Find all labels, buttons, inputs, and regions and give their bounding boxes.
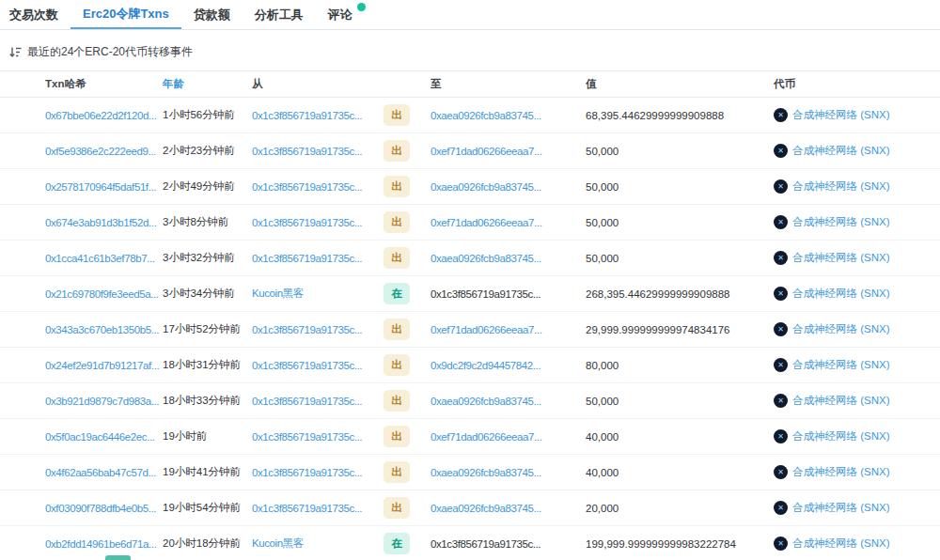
txn-hash-link[interactable]: 0x674e3ab91d3b1f52d... bbox=[45, 217, 156, 228]
direction-badge: 出 bbox=[384, 426, 410, 447]
header-token: 代币 bbox=[774, 77, 940, 91]
token-link[interactable]: 合成神经网络 (SNX) bbox=[792, 429, 890, 443]
value-text: 50,000 bbox=[586, 253, 774, 264]
to-address-link[interactable]: 0xaea0926fcb9a83745... bbox=[431, 110, 541, 121]
tab-label: Erc20令牌Txns bbox=[83, 6, 169, 23]
tab-label: 贷款额 bbox=[194, 7, 230, 23]
to-address-link: 0x1c3f856719a91735c... bbox=[431, 538, 540, 550]
token-cell: ✕ 合成神经网络 (SNX) bbox=[774, 108, 940, 122]
from-address-link[interactable]: Kucoin黑客 bbox=[252, 537, 304, 549]
to-address-link[interactable]: 0x9dc2f9c2d94457842... bbox=[431, 360, 540, 371]
txn-hash-link[interactable]: 0xf5e9386e2c222eed9... bbox=[45, 146, 156, 157]
token-cell: ✕ 合成神经网络 (SNX) bbox=[774, 215, 940, 229]
to-address-link[interactable]: 0xaea0926fcb9a83745... bbox=[431, 181, 541, 193]
txn-hash-link[interactable]: 0x21c69780f9fe3eed5a... bbox=[45, 288, 159, 300]
tab-loans[interactable]: 贷款额 bbox=[181, 0, 243, 29]
txn-hash-link[interactable]: 0x3b921d9879c7d983a... bbox=[45, 396, 159, 407]
tab-label: 交易次数 bbox=[9, 7, 58, 23]
table-row: 0x3b921d9879c7d983a... 18小时33分钟前 0x1c3f8… bbox=[0, 383, 940, 419]
token-link[interactable]: 合成神经网络 (SNX) bbox=[792, 287, 890, 301]
token-link[interactable]: 合成神经网络 (SNX) bbox=[792, 465, 890, 479]
age-text: 1小时56分钟前 bbox=[163, 108, 252, 122]
direction-badge: 在 bbox=[384, 283, 410, 304]
age-text: 3小时34分钟前 bbox=[163, 287, 252, 301]
direction-badge: 出 bbox=[384, 319, 410, 340]
value-text: 80,000 bbox=[586, 360, 774, 371]
from-address-link[interactable]: 0x1c3f856719a91735c... bbox=[252, 146, 362, 157]
from-address-link[interactable]: 0x1c3f856719a91735c... bbox=[252, 181, 362, 193]
sort-amount-icon bbox=[9, 46, 22, 58]
to-address-link[interactable]: 0xef71dad06266eeaa7... bbox=[431, 217, 541, 228]
from-address-link[interactable]: 0x1c3f856719a91735c... bbox=[252, 360, 362, 371]
to-address-link[interactable]: 0xaea0926fcb9a83745... bbox=[431, 467, 541, 478]
txn-hash-link[interactable]: 0x1cca41c61b3ef78b7... bbox=[45, 253, 155, 264]
from-address-link[interactable]: 0x1c3f856719a91735c... bbox=[252, 467, 362, 478]
from-address-link[interactable]: 0x1c3f856719a91735c... bbox=[252, 503, 362, 514]
token-link[interactable]: 合成神经网络 (SNX) bbox=[792, 537, 890, 551]
direction-badge: 出 bbox=[384, 247, 410, 269]
age-text: 2小时49分钟前 bbox=[163, 179, 252, 194]
from-address-link[interactable]: 0x1c3f856719a91735c... bbox=[252, 217, 362, 228]
to-address-link[interactable]: 0xaea0926fcb9a83745... bbox=[431, 503, 541, 514]
tab-analytics[interactable]: 分析工具 bbox=[243, 0, 316, 29]
token-link[interactable]: 合成神经网络 (SNX) bbox=[792, 358, 890, 372]
from-address-link[interactable]: 0x1c3f856719a91735c... bbox=[252, 110, 362, 121]
age-text: 18小时33分钟前 bbox=[163, 394, 252, 408]
token-link[interactable]: 合成神经网络 (SNX) bbox=[792, 179, 890, 194]
token-link[interactable]: 合成神经网络 (SNX) bbox=[792, 108, 890, 122]
table-row: 0x21c69780f9fe3eed5a... 3小时34分钟前 Kucoin黑… bbox=[0, 276, 940, 312]
to-address-link[interactable]: 0xef71dad06266eeaa7... bbox=[431, 146, 541, 157]
txn-hash-link[interactable]: 0x5f0ac19ac6446e2ec... bbox=[45, 431, 155, 443]
header-value: 值 bbox=[586, 77, 774, 91]
value-text: 20,000 bbox=[586, 503, 774, 514]
age-text: 19小时前 bbox=[163, 429, 252, 443]
notification-dot bbox=[357, 3, 366, 11]
to-address-link[interactable]: 0xaea0926fcb9a83745... bbox=[431, 396, 541, 407]
value-text: 68,395.44629999999909888 bbox=[586, 110, 774, 121]
token-link[interactable]: 合成神经网络 (SNX) bbox=[792, 251, 890, 265]
bottom-cutoff-element bbox=[105, 555, 131, 560]
tab-label: 评论 bbox=[328, 7, 352, 23]
from-address-link[interactable]: 0x1c3f856719a91735c... bbox=[252, 253, 362, 264]
from-address-link[interactable]: Kucoin黑客 bbox=[252, 288, 304, 299]
txn-hash-link[interactable]: 0x343a3c670eb1350b5... bbox=[45, 324, 159, 335]
value-text: 40,000 bbox=[586, 431, 774, 443]
snx-token-icon: ✕ bbox=[774, 537, 788, 551]
token-cell: ✕ 合成神经网络 (SNX) bbox=[774, 179, 940, 194]
table-caption: 最近的24个ERC-20代币转移事件 bbox=[27, 44, 193, 60]
header-age-sort[interactable]: 年龄 bbox=[163, 77, 252, 91]
token-cell: ✕ 合成神经网络 (SNX) bbox=[774, 287, 940, 301]
token-link[interactable]: 合成神经网络 (SNX) bbox=[792, 394, 890, 408]
from-address-link[interactable]: 0x1c3f856719a91735c... bbox=[252, 431, 362, 443]
token-cell: ✕ 合成神经网络 (SNX) bbox=[774, 251, 940, 265]
txn-hash-link[interactable]: 0xf03090f788dfb4e0b5... bbox=[45, 503, 156, 514]
direction-badge: 出 bbox=[384, 176, 410, 197]
age-text: 17小时52分钟前 bbox=[163, 322, 252, 336]
to-address-link[interactable]: 0xef71dad06266eeaa7... bbox=[431, 324, 541, 335]
txn-hash-link[interactable]: 0x2578170964f5daf51f... bbox=[45, 181, 156, 193]
snx-token-icon: ✕ bbox=[774, 429, 788, 443]
snx-token-icon: ✕ bbox=[774, 215, 788, 229]
to-address-link[interactable]: 0xef71dad06266eeaa7... bbox=[431, 431, 541, 443]
txn-hash-link[interactable]: 0xb2fdd14961be6d71a... bbox=[45, 538, 156, 550]
direction-badge: 出 bbox=[384, 354, 410, 376]
snx-token-icon: ✕ bbox=[774, 108, 788, 122]
token-link[interactable]: 合成神经网络 (SNX) bbox=[792, 501, 890, 515]
age-text: 20小时18分钟前 bbox=[163, 537, 252, 551]
tab-comments[interactable]: 评论 bbox=[316, 0, 378, 29]
to-address-link[interactable]: 0xaea0926fcb9a83745... bbox=[431, 253, 541, 264]
from-address-link[interactable]: 0x1c3f856719a91735c... bbox=[252, 396, 362, 407]
token-link[interactable]: 合成神经网络 (SNX) bbox=[792, 144, 890, 158]
table-row: 0x67bbe06e22d2f120d... 1小时56分钟前 0x1c3f85… bbox=[0, 98, 940, 133]
txn-hash-link[interactable]: 0x24ef2e91d7b91217af... bbox=[45, 360, 159, 371]
token-link[interactable]: 合成神经网络 (SNX) bbox=[792, 215, 890, 229]
tab-erc20-token-txns[interactable]: Erc20令牌Txns bbox=[70, 0, 181, 29]
token-link[interactable]: 合成神经网络 (SNX) bbox=[792, 322, 890, 336]
txn-hash-link[interactable]: 0x4f62aa56bab47c57d... bbox=[45, 467, 156, 478]
from-address-link[interactable]: 0x1c3f856719a91735c... bbox=[252, 324, 362, 335]
txn-hash-link[interactable]: 0x67bbe06e22d2f120d... bbox=[45, 110, 156, 121]
tab-transactions[interactable]: 交易次数 bbox=[0, 0, 70, 29]
table-row: 0x5f0ac19ac6446e2ec... 19小时前 0x1c3f85671… bbox=[0, 419, 940, 455]
direction-badge: 出 bbox=[384, 390, 410, 412]
header-from: 从 bbox=[252, 77, 384, 91]
